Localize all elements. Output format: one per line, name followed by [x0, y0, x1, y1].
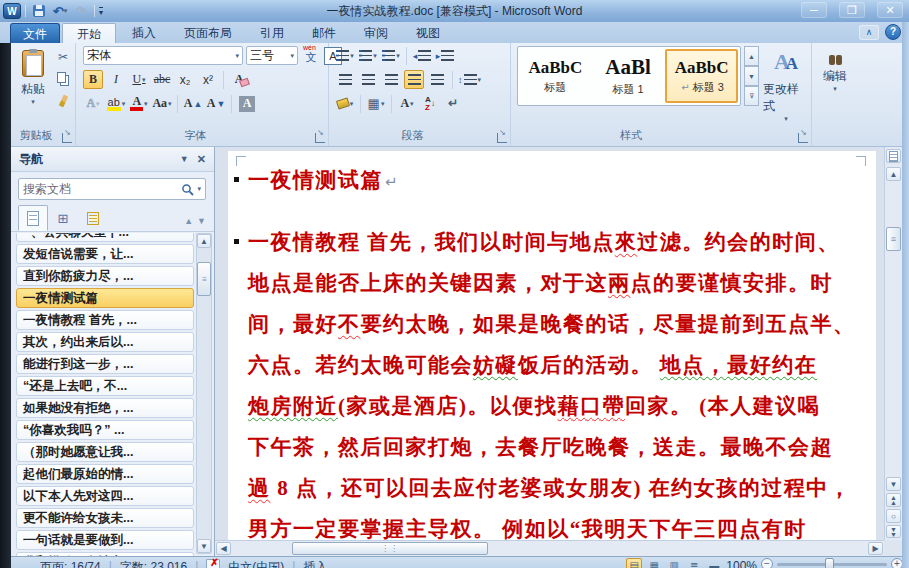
- search-icon[interactable]: [181, 183, 194, 196]
- grow-font-button[interactable]: A▲: [183, 94, 203, 113]
- nav-heading-item[interactable]: 以下本人先对这四...: [16, 486, 194, 506]
- nav-heading-item[interactable]: 、公共聊天室干...: [16, 233, 194, 242]
- multilevel-list-button[interactable]: ▾: [381, 46, 401, 65]
- web-layout-button[interactable]: ▥: [666, 558, 682, 568]
- text-effects-button[interactable]: A▾: [83, 94, 103, 113]
- help-button[interactable]: ?: [885, 24, 901, 40]
- ruler-toggle-button[interactable]: [886, 149, 901, 163]
- subscript-button[interactable]: x₂: [175, 70, 195, 89]
- nav-heading-item[interactable]: 起他们最原始的情...: [16, 464, 194, 484]
- styles-scroll-down[interactable]: ▼: [744, 66, 759, 86]
- minimize-button[interactable]: ─: [801, 2, 827, 18]
- nav-heading-item[interactable]: 直到你筋疲力尽，...: [16, 266, 194, 286]
- print-layout-view-button[interactable]: ▤: [626, 558, 642, 568]
- cut-button[interactable]: ✂: [53, 47, 73, 66]
- align-left-button[interactable]: [335, 70, 355, 89]
- phonetic-guide-button[interactable]: wén文: [301, 46, 321, 65]
- nav-heading-item[interactable]: 更不能许给女孩未...: [16, 508, 194, 528]
- scroll-left-button[interactable]: ◀: [216, 542, 231, 555]
- insert-mode-indicator[interactable]: 插入: [303, 559, 327, 568]
- outline-view-button[interactable]: ≣: [686, 558, 702, 568]
- zoom-slider-thumb[interactable]: [825, 558, 834, 568]
- font-dialog-launcher[interactable]: [315, 133, 325, 143]
- tab-mailings[interactable]: 邮件: [298, 23, 350, 43]
- nav-heading-item[interactable]: 如果她没有拒绝，...: [16, 398, 194, 418]
- word-count[interactable]: 字数: 23,016: [120, 559, 187, 568]
- scroll-right-button[interactable]: ▶: [868, 542, 883, 555]
- borders-button[interactable]: ▦▾: [366, 94, 386, 113]
- select-browse-object-button[interactable]: ○: [886, 509, 901, 523]
- styles-more-button[interactable]: ⊽: [744, 86, 759, 106]
- scrollbar-thumb[interactable]: ≡: [197, 262, 211, 296]
- character-shading-button[interactable]: A: [237, 94, 257, 113]
- highlight-button[interactable]: ab▾: [106, 94, 126, 113]
- style-heading-3[interactable]: AaBbC ↵ 标题 3: [665, 49, 738, 103]
- styles-dialog-launcher[interactable]: [798, 133, 808, 143]
- browse-headings-tab[interactable]: [18, 205, 48, 231]
- clear-formatting-button[interactable]: A: [229, 70, 249, 89]
- shrink-font-button[interactable]: A▼: [206, 94, 226, 113]
- line-spacing-button[interactable]: ↕▾: [458, 70, 481, 89]
- nav-heading-item[interactable]: “你喜欢我吗？” ...: [16, 420, 194, 440]
- strikethrough-button[interactable]: abc: [152, 70, 172, 89]
- scroll-up-button[interactable]: ▲: [886, 167, 901, 181]
- change-styles-button[interactable]: AA 更改样式 ▾: [763, 46, 809, 123]
- align-right-button[interactable]: [381, 70, 401, 89]
- underline-button[interactable]: U▾: [129, 70, 149, 89]
- tab-review[interactable]: 审阅: [350, 23, 402, 43]
- tab-home[interactable]: 开始: [62, 23, 116, 43]
- font-size-combo[interactable]: 三号▾: [246, 46, 298, 65]
- sort-button[interactable]: AZ↓: [420, 94, 440, 113]
- scrollbar-thumb[interactable]: ≡: [886, 227, 901, 251]
- scrollbar-thumb[interactable]: ⋮⋮: [292, 542, 488, 555]
- document-page[interactable]: 一夜情测试篇↵一夜情教程 首先，我们以时间与地点來过滤。约会的时间、地点是能否上…: [228, 151, 876, 540]
- collapse-ribbon-button[interactable]: ∧: [859, 25, 879, 40]
- maximize-button[interactable]: ❐: [839, 2, 865, 18]
- nav-heading-item[interactable]: 能进行到这一步，...: [16, 354, 194, 374]
- tab-view[interactable]: 视图: [402, 23, 454, 43]
- format-painter-button[interactable]: [53, 91, 73, 110]
- navigation-options-button[interactable]: ▼: [180, 154, 189, 164]
- browse-pages-tab[interactable]: ⊞: [48, 205, 78, 231]
- change-case-button[interactable]: Aa▾: [152, 94, 172, 113]
- nav-heading-item[interactable]: （那时她愿意让我...: [16, 442, 194, 462]
- tab-file[interactable]: 文件: [10, 23, 60, 43]
- tab-references[interactable]: 引用: [246, 23, 298, 43]
- scroll-up-button[interactable]: ▲: [197, 234, 211, 248]
- style-heading-1[interactable]: AaBl 标题 1: [593, 49, 664, 103]
- next-heading-button[interactable]: ▼: [197, 216, 206, 226]
- zoom-out-button[interactable]: −: [761, 558, 773, 568]
- zoom-level[interactable]: 100%: [726, 559, 757, 568]
- nav-heading-item[interactable]: 一句话就是要做到...: [16, 530, 194, 550]
- bullets-button[interactable]: ▾: [335, 46, 355, 65]
- paragraph-dialog-launcher[interactable]: [497, 133, 507, 143]
- search-input[interactable]: [23, 182, 178, 196]
- font-color-button[interactable]: A▾: [129, 94, 149, 113]
- superscript-button[interactable]: x²: [198, 70, 218, 89]
- browse-next-button[interactable]: ▼▼: [886, 525, 901, 538]
- vertical-scrollbar[interactable]: ▲ ≡ ▼ ▲▲ ○ ▼▼: [884, 147, 902, 540]
- horizontal-scrollbar[interactable]: ◀ ⋮⋮ ▶: [215, 540, 884, 556]
- bold-button[interactable]: B: [83, 70, 103, 89]
- italic-button[interactable]: I: [106, 70, 126, 89]
- copy-button[interactable]: [53, 69, 73, 88]
- font-name-combo[interactable]: 宋体▾: [83, 46, 243, 65]
- navigation-scrollbar[interactable]: ▲ ≡ ▼: [196, 233, 212, 554]
- shading-button[interactable]: ▾: [335, 94, 355, 113]
- numbering-button[interactable]: ▾: [358, 46, 378, 65]
- nav-heading-item[interactable]: 一夜情教程 首先，...: [16, 310, 194, 330]
- asian-layout-button[interactable]: A▾: [397, 94, 417, 113]
- paste-button[interactable]: 粘贴 ▾: [15, 46, 51, 130]
- styles-scroll-up[interactable]: ▲: [744, 46, 759, 66]
- decrease-indent-button[interactable]: ◂: [412, 46, 432, 65]
- full-screen-reading-button[interactable]: ▦: [646, 558, 662, 568]
- proofing-errors-icon[interactable]: [206, 559, 220, 568]
- search-options-caret[interactable]: ▾: [197, 185, 201, 193]
- scroll-down-button[interactable]: ▼: [197, 539, 211, 553]
- scroll-down-button[interactable]: ▼: [886, 477, 901, 491]
- tab-page-layout[interactable]: 页面布局: [170, 23, 246, 43]
- clipboard-dialog-launcher[interactable]: [62, 133, 72, 143]
- editing-button[interactable]: 编辑 ▾: [814, 46, 856, 93]
- style-heading[interactable]: AaBbC 标题: [520, 49, 591, 103]
- close-button[interactable]: ✕: [877, 2, 903, 18]
